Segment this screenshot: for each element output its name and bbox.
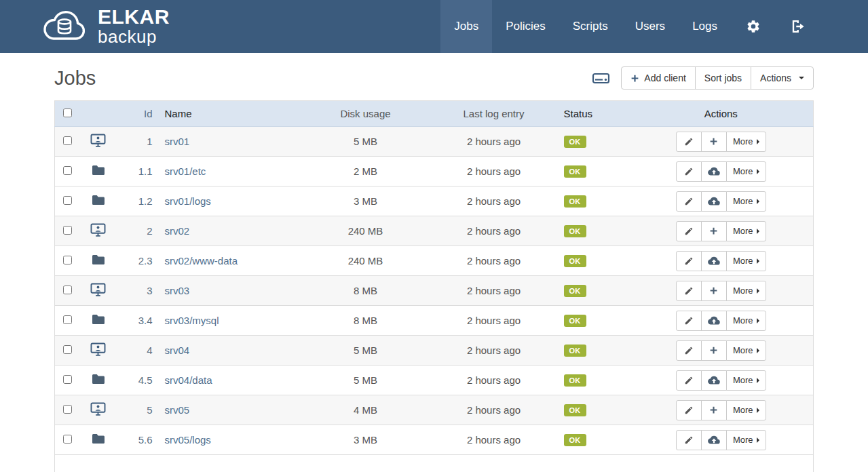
more-button[interactable]: More [726,340,766,361]
row-id: 1.2 [116,186,158,216]
row-last-log-entry: 2 hours ago [434,366,554,395]
main-nav: Jobs Policies Scripts Users Logs [440,0,820,53]
edit-button[interactable] [676,400,702,420]
more-button[interactable]: More [726,251,766,271]
row-name-link[interactable]: srv05 [165,404,190,416]
folder-icon [92,315,105,327]
edit-button[interactable] [676,311,702,331]
row-name-link[interactable]: srv02 [165,225,190,237]
folder-icon [92,435,105,446]
nav-item-scripts[interactable]: Scripts [559,0,622,53]
edit-button[interactable] [676,430,702,450]
add-job-button[interactable] [701,340,727,361]
edit-button[interactable] [676,251,702,271]
edit-button[interactable] [676,340,702,361]
sort-jobs-button[interactable]: Sort jobs [695,66,751,90]
row-name-link[interactable]: srv03/mysql [165,315,219,326]
logout-icon [791,20,806,33]
run-backup-button[interactable] [701,370,727,391]
hard-drive-icon [592,71,610,86]
more-button[interactable]: More [726,311,766,331]
nav-item-policies[interactable]: Policies [492,0,559,53]
edit-button[interactable] [676,370,702,391]
edit-button[interactable] [676,161,702,182]
select-all-checkbox[interactable] [63,109,72,117]
run-backup-button[interactable] [701,251,727,271]
row-checkbox[interactable] [63,405,72,414]
row-disk-usage: 3 MB [298,425,434,455]
row-last-log-entry: 2 hours ago [434,186,554,216]
more-button[interactable]: More [726,370,766,391]
row-id: 5.6 [116,425,158,455]
row-name-link[interactable]: srv04 [165,345,190,356]
add-job-button[interactable] [701,221,727,241]
nav-item-jobs[interactable]: Jobs [440,0,492,53]
row-checkbox[interactable] [63,226,72,235]
more-button[interactable]: More [726,400,766,420]
storage-usage-button[interactable] [592,71,610,86]
more-button[interactable]: More [726,191,766,212]
table-row: 3.4 srv03/mysql 8 MB 2 hours ago OK [55,306,814,336]
add-job-button[interactable] [701,400,727,420]
row-name-link[interactable]: srv03 [165,285,190,296]
plus-icon [709,286,718,295]
navbar: ELKAR backup Jobs Policies Scripts Users… [0,0,868,53]
nav-item-logs[interactable]: Logs [679,0,731,53]
caret-down-icon [799,77,804,79]
nav-item-users[interactable]: Users [622,0,679,53]
table-row: 4.5 srv04/data 5 MB 2 hours ago OK [55,366,814,395]
status-badge: OK [564,315,586,327]
more-label: More [733,166,753,176]
row-name-link[interactable]: srv05/logs [165,434,211,446]
row-checkbox[interactable] [63,435,72,444]
row-name-link[interactable]: srv04/data [165,374,212,386]
row-checkbox[interactable] [63,166,72,175]
row-checkbox[interactable] [63,315,72,324]
add-client-button[interactable]: Add client [621,66,695,90]
edit-button[interactable] [676,132,702,152]
add-job-button[interactable] [701,281,727,301]
run-backup-button[interactable] [701,191,727,212]
row-name-link[interactable]: srv01/logs [165,195,211,207]
run-backup-button[interactable] [701,430,727,450]
run-backup-button[interactable] [701,161,727,182]
more-button[interactable]: More [726,161,766,182]
brand-link[interactable]: ELKAR backup [39,7,170,45]
triangle-right-icon [757,229,759,234]
row-action-group: More [676,311,766,331]
table-row: 1 srv01 5 MB 2 hours ago OK [55,127,814,157]
row-name-link[interactable]: srv02/www-data [165,255,238,267]
brand-line1: ELKAR [98,7,170,28]
pencil-icon [684,376,694,385]
edit-button[interactable] [676,191,702,212]
triangle-right-icon [757,169,759,174]
sort-jobs-label: Sort jobs [704,73,742,83]
more-label: More [733,226,753,236]
row-checkbox[interactable] [63,286,72,294]
settings-button[interactable] [731,0,776,53]
edit-button[interactable] [676,221,702,241]
logout-button[interactable] [776,0,820,53]
client-icon [90,138,106,150]
more-button[interactable]: More [726,221,766,241]
more-button[interactable]: More [726,430,766,450]
row-checkbox[interactable] [63,136,72,145]
row-checkbox[interactable] [63,256,72,264]
jobs-table-body: 1 srv01 5 MB 2 hours ago OK [55,127,814,472]
row-checkbox[interactable] [63,345,72,354]
more-button[interactable]: More [726,281,766,301]
pencil-icon [684,227,694,236]
more-label: More [733,435,753,445]
run-backup-button[interactable] [701,311,727,331]
row-name-link[interactable]: srv01/etc [165,165,206,177]
more-label: More [733,286,753,296]
add-job-button[interactable] [701,132,727,152]
row-name-link[interactable]: srv01 [165,136,190,147]
plus-icon [630,74,639,83]
header-icon-spacer [81,101,116,127]
edit-button[interactable] [676,281,702,301]
row-checkbox[interactable] [63,375,72,384]
actions-dropdown-button[interactable]: Actions [751,66,814,90]
more-button[interactable]: More [726,132,766,152]
row-checkbox[interactable] [63,196,72,205]
